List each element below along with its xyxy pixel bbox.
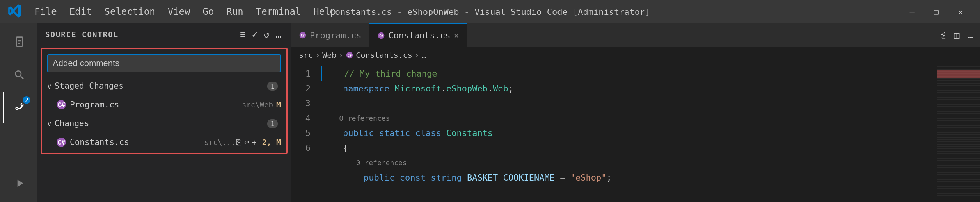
token-static: static xyxy=(379,126,415,141)
window-title: Constants.cs - eShopOnWeb - Visual Studi… xyxy=(330,7,650,17)
menu-edit[interactable]: Edit xyxy=(64,5,98,19)
breadcrumb-sep-2: › xyxy=(339,50,343,60)
activity-search[interactable] xyxy=(3,59,34,91)
svg-text:C#: C# xyxy=(57,101,65,109)
activity-source-control[interactable]: 2 xyxy=(3,92,34,123)
token-keyword-namespace: namespace xyxy=(322,81,394,96)
changes-title: Changes xyxy=(55,119,267,128)
staged-file-program-cs[interactable]: C# Program.cs src\Web M xyxy=(42,96,286,114)
csharp-file-icon-2: C# xyxy=(56,137,67,148)
token-brace-open: { xyxy=(322,141,348,156)
line-numbers: 1 2 3 4 5 6 xyxy=(291,66,318,199)
code-line-ref1: 0 references xyxy=(322,111,933,126)
close-button[interactable]: ✕ xyxy=(949,4,972,20)
tab-bar-actions: ⎘ ◫ … xyxy=(937,28,976,42)
line-num-5: 5 xyxy=(291,126,311,141)
sc-more-icon[interactable]: … xyxy=(274,27,283,41)
breadcrumb-web[interactable]: Web xyxy=(322,50,336,60)
changed-file-actions: ⎘ ↩ + xyxy=(236,137,257,148)
tab-label-constants-cs: Constants.cs xyxy=(388,30,450,40)
breadcrumb-more[interactable]: … xyxy=(422,50,426,60)
tab-label-program-cs: Program.cs xyxy=(310,30,361,40)
token-semi-2: ; xyxy=(607,170,612,185)
token-public-2: public xyxy=(322,170,400,185)
token-string-kw: string xyxy=(431,170,467,185)
changed-file-status: 2, M xyxy=(262,138,281,147)
source-control-badge: 2 xyxy=(23,96,30,104)
token-const-name: BASKET_COOKIENAME xyxy=(467,170,555,185)
toggle-sidebar-icon[interactable]: ◫ xyxy=(951,28,962,42)
svg-text:C#: C# xyxy=(379,34,383,38)
svg-text:C#: C# xyxy=(301,34,305,38)
changed-file-constants-cs[interactable]: C# Constants.cs src\... ⎘ ↩ + 2, M xyxy=(42,133,286,151)
code-content[interactable]: // My third change namespace Microsoft.e… xyxy=(318,66,933,199)
staged-file-status: M xyxy=(276,100,281,109)
changes-chevron: ∨ xyxy=(47,120,51,128)
menu-file[interactable]: File xyxy=(29,5,62,19)
menu-selection[interactable]: Selection xyxy=(99,5,161,19)
code-line-2: namespace Microsoft.eShopWeb.Web; xyxy=(322,81,933,96)
tab-close-constants-cs[interactable]: ✕ xyxy=(453,30,459,40)
breadcrumb-sep-1: › xyxy=(315,50,320,60)
minimap-highlight xyxy=(937,70,980,78)
svg-text:C#: C# xyxy=(348,54,352,57)
menu-view[interactable]: View xyxy=(162,5,196,19)
staged-changes-header[interactable]: ∨ Staged Changes 1 xyxy=(42,76,286,96)
staged-changes-count: 1 xyxy=(267,82,278,91)
tab-bar: C# Program.cs C# Constants.cs ✕ ⎘ ◫ … xyxy=(291,23,980,47)
code-line-5: { xyxy=(322,141,933,156)
tab-program-cs[interactable]: C# Program.cs xyxy=(291,23,369,47)
minimize-button[interactable]: — xyxy=(900,4,924,20)
menu-go[interactable]: Go xyxy=(197,5,219,19)
changes-header[interactable]: ∨ Changes 1 xyxy=(42,114,286,133)
staged-filepath: src\Web xyxy=(242,100,273,109)
token-dot-2: . xyxy=(488,81,493,96)
maximize-button[interactable]: ❐ xyxy=(925,4,948,20)
code-line-3 xyxy=(322,96,933,111)
sc-commit-icon[interactable]: ✓ xyxy=(250,27,259,41)
code-editor: 1 2 3 4 5 6 // My third change namespace… xyxy=(291,63,980,202)
tab-csharp-icon-2: C# xyxy=(377,32,385,39)
token-public-1: public xyxy=(322,126,379,141)
source-control-panel: SOURCE CONTROL ≡ ✓ ↺ … ∨ Staged Changes … xyxy=(37,23,291,202)
activity-bar: 2 xyxy=(0,23,37,202)
menu-run[interactable]: Run xyxy=(221,5,249,19)
breadcrumb-sep-3: › xyxy=(415,50,419,60)
window-controls: — ❐ ✕ xyxy=(900,4,972,20)
breadcrumb-file[interactable]: Constants.cs xyxy=(356,50,412,60)
sc-list-icon[interactable]: ≡ xyxy=(238,27,247,41)
source-control-header: SOURCE CONTROL ≡ ✓ ↺ … xyxy=(37,23,291,45)
open-file-icon[interactable]: ⎘ xyxy=(236,137,242,148)
breadcrumb-file-icon: C# xyxy=(346,51,353,59)
token-string-val: "eShop" xyxy=(570,170,607,185)
minimap xyxy=(933,66,980,199)
staged-filename: Program.cs xyxy=(70,100,239,109)
token-dot-1: . xyxy=(441,81,446,96)
line-num-1: 1 xyxy=(291,66,311,81)
menu-terminal[interactable]: Terminal xyxy=(250,5,307,19)
token-namespace-val: Microsoft xyxy=(394,81,441,96)
stage-icon[interactable]: + xyxy=(251,137,257,148)
staged-changes-title: Staged Changes xyxy=(55,81,267,91)
split-editor-icon[interactable]: ⎘ xyxy=(937,28,949,42)
titlebar-menu: File Edit Selection View Go Run Terminal… xyxy=(29,5,341,19)
tab-csharp-icon-1: C# xyxy=(299,31,307,39)
token-web: Web xyxy=(493,81,508,96)
main-layout: 2 SOURCE CONTROL ≡ ✓ ↺ … ∨ xyxy=(0,23,980,202)
activity-explorer[interactable] xyxy=(3,27,34,58)
more-actions-icon[interactable]: … xyxy=(964,28,976,42)
sc-refresh-icon[interactable]: ↺ xyxy=(262,27,271,41)
tab-constants-cs[interactable]: C# Constants.cs ✕ xyxy=(369,23,467,47)
code-line-6: public const string BASKET_COOKIENAME = … xyxy=(322,170,933,185)
line-num-4: 4 xyxy=(291,111,311,126)
ref-hint-2: 0 references xyxy=(322,156,407,170)
activity-run[interactable] xyxy=(3,168,34,199)
discard-icon[interactable]: ↩ xyxy=(243,137,250,148)
commit-message-input[interactable] xyxy=(53,58,275,68)
breadcrumb-src[interactable]: src xyxy=(299,50,313,60)
token-comment-1: // My third change xyxy=(323,66,437,81)
source-control-content-box: ∨ Staged Changes 1 C# Program.cs src\Web… xyxy=(41,48,288,154)
code-line-ref2: 0 references xyxy=(322,156,933,170)
changed-filename: Constants.cs xyxy=(70,138,201,147)
staged-changes-chevron: ∨ xyxy=(47,82,51,90)
